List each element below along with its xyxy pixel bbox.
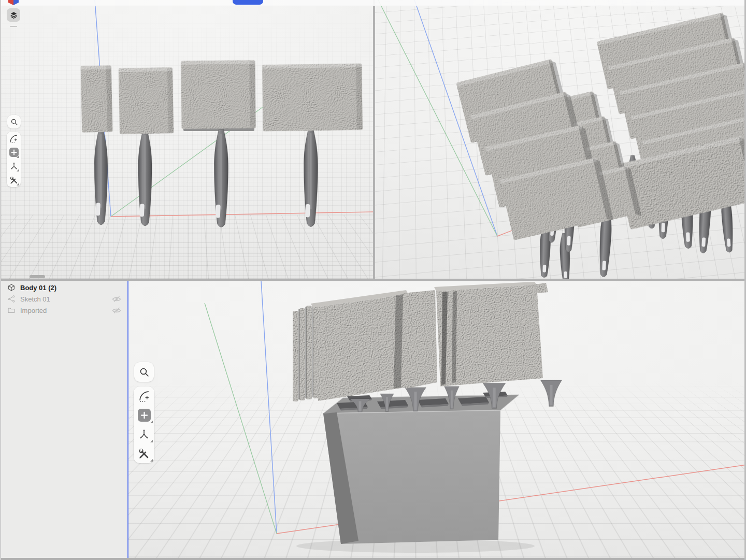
window-bottom-edge bbox=[1, 558, 744, 560]
scene-packed-brushes bbox=[375, 0, 746, 279]
item-label: Body 01 (2) bbox=[20, 284, 121, 292]
transform-gizmo-icon bbox=[9, 162, 19, 171]
folder-icon bbox=[7, 306, 16, 314]
item-label: Imported bbox=[20, 307, 107, 314]
left-rail bbox=[1, 0, 25, 31]
search-button[interactable] bbox=[7, 115, 21, 128]
shapr3d-window: Body 01 (2) Sketch 01 Imported bbox=[0, 0, 746, 560]
sketch-tool-button[interactable] bbox=[7, 132, 21, 146]
transform-gizmo-icon bbox=[138, 428, 150, 441]
transform-tool-button[interactable] bbox=[7, 160, 21, 174]
model-organizer-box bbox=[293, 282, 562, 553]
model-brush-array bbox=[456, 12, 746, 279]
viewport-front[interactable] bbox=[1, 0, 373, 279]
visibility-off-icon[interactable] bbox=[112, 307, 121, 314]
body-cube-icon bbox=[7, 283, 16, 292]
sketch-arc-icon bbox=[9, 134, 18, 143]
item-row-imported[interactable]: Imported bbox=[1, 305, 127, 316]
viewport-divider-handle[interactable] bbox=[30, 275, 45, 278]
tools-icon bbox=[9, 176, 19, 185]
app-logo-icon[interactable] bbox=[7, 0, 20, 6]
item-label: Sketch 01 bbox=[20, 295, 107, 303]
sketch-icon bbox=[7, 295, 16, 303]
panels-toggle-button[interactable] bbox=[7, 8, 20, 22]
tools-button[interactable] bbox=[7, 173, 21, 187]
item-row-sketch[interactable]: Sketch 01 bbox=[1, 293, 127, 305]
add-plus-icon bbox=[9, 148, 19, 157]
add-plus-icon bbox=[138, 409, 151, 422]
viewport-iso-array[interactable] bbox=[375, 0, 746, 279]
search-icon bbox=[139, 367, 150, 378]
search-button[interactable] bbox=[134, 362, 154, 382]
window-top-strip bbox=[1, 0, 744, 6]
add-tool-button[interactable] bbox=[134, 406, 154, 425]
viewport-splitter-vertical[interactable] bbox=[373, 0, 375, 279]
tools-button[interactable] bbox=[134, 444, 154, 463]
layers-icon bbox=[9, 11, 18, 20]
transform-tool-button[interactable] bbox=[134, 425, 154, 444]
scene-front-brushes bbox=[1, 0, 373, 279]
model-brush-heads bbox=[293, 282, 548, 401]
search-icon bbox=[10, 118, 18, 126]
tools-icon bbox=[138, 448, 150, 460]
visibility-off-icon[interactable] bbox=[112, 296, 121, 303]
sketch-arc-icon bbox=[138, 390, 150, 402]
active-tab-pill[interactable] bbox=[233, 0, 263, 5]
rail-divider bbox=[10, 26, 17, 27]
item-row-body[interactable]: Body 01 (2) bbox=[1, 282, 127, 293]
add-tool-button[interactable] bbox=[7, 146, 21, 160]
items-panel: Body 01 (2) Sketch 01 Imported bbox=[1, 281, 128, 558]
model-brush-row bbox=[81, 60, 363, 227]
sketch-tool-button[interactable] bbox=[134, 386, 154, 406]
tool-palette bbox=[7, 132, 21, 187]
tool-palette bbox=[134, 386, 154, 463]
